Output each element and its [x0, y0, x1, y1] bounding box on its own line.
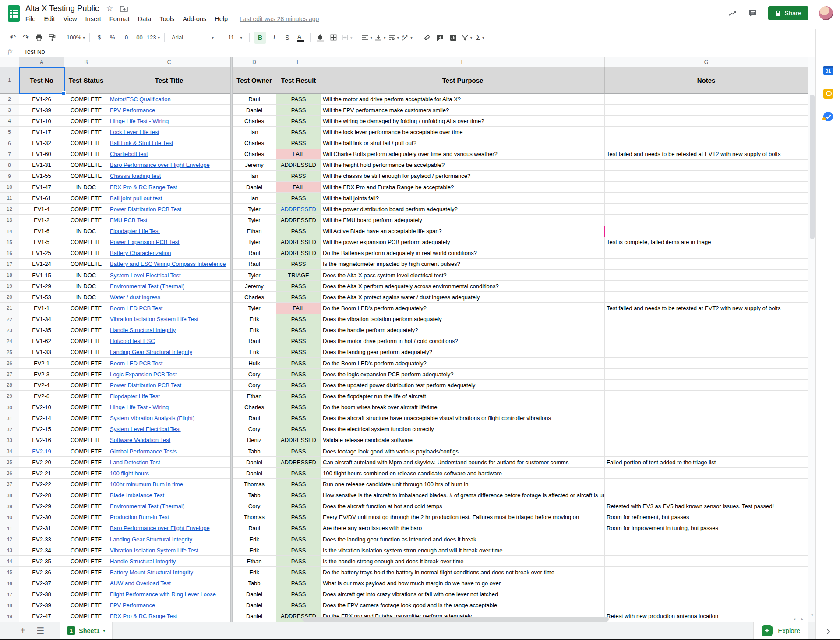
cell-test-owner[interactable]: Raul	[233, 94, 276, 105]
cell-notes[interactable]: Test is complete, failed items are in tr…	[605, 237, 808, 248]
cell-test-result[interactable]: PASS	[276, 523, 321, 534]
cell-test-no[interactable]: EV2-21	[19, 468, 64, 479]
cell-test-title[interactable]: Environmental Test (Thermal)	[108, 281, 230, 292]
cell-notes[interactable]: Failed portion of test added to the tria…	[605, 457, 808, 468]
cell-test-title[interactable]: Landing Gear Structural Integrity	[108, 534, 230, 545]
cell-test-status[interactable]: COMPLETE	[64, 578, 108, 589]
cell-test-status[interactable]: COMPLETE	[64, 468, 108, 479]
test-title-link[interactable]: Battery Characterization	[110, 250, 171, 256]
cell-test-no[interactable]: EV2-16	[19, 435, 64, 446]
cell-test-no[interactable]: EV1-53	[19, 292, 64, 303]
cell-notes[interactable]	[605, 193, 808, 204]
cell-test-title[interactable]: Chassis loading test	[108, 171, 230, 182]
cell-test-result[interactable]: PASS	[276, 347, 321, 358]
test-title-link[interactable]: Power Expansion PCB Test	[110, 239, 180, 245]
cell-test-status[interactable]: IN DOC	[64, 281, 108, 292]
cell-notes[interactable]	[605, 325, 808, 336]
cell-test-title[interactable]: Software Validation Test	[108, 435, 230, 446]
test-title-link[interactable]: Boom LED PCB Test	[110, 305, 162, 311]
row-header[interactable]: 39	[0, 501, 19, 512]
cell-test-status[interactable]: COMPLETE	[64, 402, 108, 413]
cell-test-no[interactable]: EV1-33	[19, 347, 64, 358]
cell-header-test-no[interactable]: Test No	[19, 67, 64, 94]
cell-test-no[interactable]: EV2-4	[19, 380, 64, 391]
cell-test-status[interactable]: COMPLETE	[64, 435, 108, 446]
test-title-link[interactable]: Baro Performance over Flight Envelope	[110, 162, 210, 168]
insert-link-icon[interactable]	[422, 32, 432, 44]
cell-test-status[interactable]: COMPLETE	[64, 446, 108, 457]
cell-test-status[interactable]: COMPLETE	[64, 193, 108, 204]
cell-test-no[interactable]: EV2-38	[19, 589, 64, 600]
row-header[interactable]: 32	[0, 424, 19, 435]
cell-test-result[interactable]: PASS	[276, 556, 321, 567]
row-header[interactable]: 3	[0, 105, 19, 116]
row-header[interactable]: 18	[0, 270, 19, 281]
cell-test-result[interactable]: PASS	[276, 600, 321, 611]
cell-test-no[interactable]: EV2-33	[19, 534, 64, 545]
cell-test-owner[interactable]: Raul	[233, 259, 276, 270]
cell-test-owner[interactable]: Charles	[233, 149, 276, 160]
cell-test-result[interactable]: FAIL	[276, 303, 321, 314]
cell-test-no[interactable]: EV1-17	[19, 127, 64, 138]
cell-test-title[interactable]: Ball joint pull out test	[108, 193, 230, 204]
row-header[interactable]: 8	[0, 160, 19, 171]
cell-test-no[interactable]: EV2-20	[19, 457, 64, 468]
cell-test-no[interactable]: EV1-24	[19, 259, 64, 270]
cell-header-test-title[interactable]: Test Title	[108, 67, 230, 94]
cell-test-title[interactable]: FRX Pro & RC Range Test	[108, 611, 230, 622]
cell-test-owner[interactable]: Ian	[233, 127, 276, 138]
cell-test-title[interactable]: Lock Lever Life test	[108, 127, 230, 138]
test-title-link[interactable]: FPV Performance	[110, 602, 155, 608]
test-title-link[interactable]: Flight Performance with Ring Lever Loose	[110, 591, 216, 598]
cell-notes[interactable]	[605, 347, 808, 358]
cell-test-title[interactable]: 100hr minumum Burn in time	[108, 479, 230, 490]
cell-header-test-status[interactable]: Test Status	[64, 67, 108, 94]
cell-test-owner[interactable]: Raul	[233, 413, 276, 424]
cell-test-purpose[interactable]: Do the boom wires break over aircraft li…	[321, 402, 605, 413]
test-title-link[interactable]: Land Detection Test	[110, 459, 160, 466]
cell-test-no[interactable]: EV2-37	[19, 578, 64, 589]
cell-header-notes[interactable]: Notes	[605, 67, 808, 94]
cell-test-title[interactable]: Production Burn-in Test	[108, 512, 230, 523]
cell-test-status[interactable]: COMPLETE	[64, 457, 108, 468]
cell-test-purpose[interactable]: Validate release candidate software	[321, 435, 605, 446]
last-edit-status[interactable]: Last edit was 28 minutes ago	[240, 15, 319, 22]
test-title-link[interactable]: Charliebolt test	[110, 151, 148, 157]
cell-test-no[interactable]: EV2-29	[19, 501, 64, 512]
test-title-link[interactable]: Environmental Test (Thermal)	[110, 503, 184, 509]
cell-test-purpose[interactable]: Will the FMU board perform adequately	[321, 215, 605, 226]
cell-test-result[interactable]: PASS	[276, 446, 321, 457]
cell-test-result[interactable]: PASS	[276, 534, 321, 545]
cell-test-purpose[interactable]: Will the power expansion PCB perform ade…	[321, 237, 605, 248]
cell-test-purpose[interactable]: Will Charlie Bolts perform adequately ov…	[321, 149, 605, 160]
cell-test-status[interactable]: COMPLETE	[64, 149, 108, 160]
test-title-link[interactable]: Flopdapter Life Test	[110, 393, 160, 400]
fill-color-button[interactable]	[315, 32, 325, 44]
cell-test-no[interactable]: EV2-39	[19, 600, 64, 611]
cell-test-result[interactable]: PASS	[276, 589, 321, 600]
cell-notes[interactable]: Room for refinement, but passes	[605, 512, 808, 523]
cell-notes[interactable]	[605, 105, 808, 116]
cell-test-title[interactable]: Hot/cold test ESC	[108, 336, 230, 347]
cell-test-result[interactable]: PASS	[276, 402, 321, 413]
cell-notes[interactable]	[605, 578, 808, 589]
paint-format-icon[interactable]	[47, 32, 57, 44]
test-title-link[interactable]: 100 flight hours	[110, 470, 149, 477]
cell-header-test-owner[interactable]: Test Owner	[233, 67, 276, 94]
cell-test-result[interactable]: PASS	[276, 94, 321, 105]
row-header[interactable]: 33	[0, 435, 19, 446]
row-header[interactable]: 38	[0, 490, 19, 501]
cell-test-no[interactable]: EV1-25	[19, 248, 64, 259]
cell-test-title[interactable]: Hinge Life Test - Wiring	[108, 402, 230, 413]
cell-test-owner[interactable]: Raul	[233, 248, 276, 259]
row-header[interactable]: 30	[0, 402, 19, 413]
cell-test-result[interactable]: PASS	[276, 336, 321, 347]
scroll-right-icon[interactable]: ▸	[799, 615, 806, 622]
test-title-link[interactable]: Hot/cold test ESC	[110, 338, 155, 344]
cell-test-title[interactable]: Logic Expansion PCB Test	[108, 369, 230, 380]
row-header[interactable]: 47	[0, 589, 19, 600]
cell-test-owner[interactable]: Erik	[233, 545, 276, 556]
cell-test-title[interactable]: Environmental Test (Thermal)	[108, 501, 230, 512]
test-title-link[interactable]: Handle Structural Integrity	[110, 327, 176, 333]
cell-test-no[interactable]: EV2-47	[19, 611, 64, 622]
